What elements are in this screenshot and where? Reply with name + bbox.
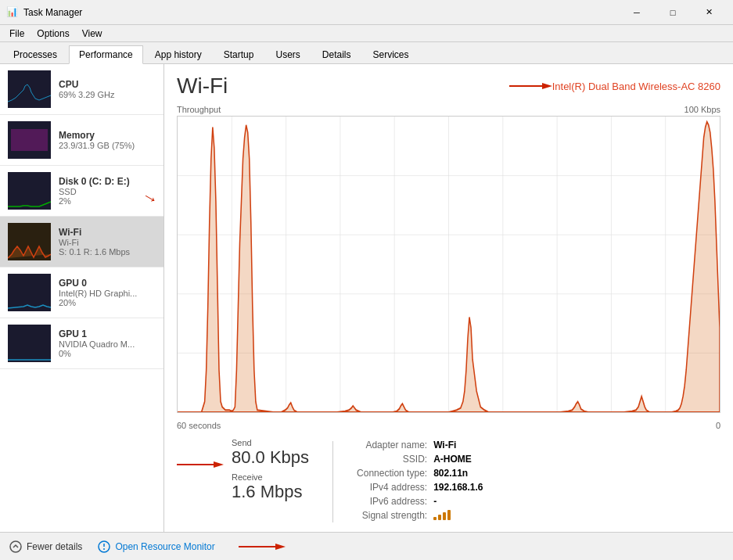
info-key-ssid: SSID: <box>357 452 433 466</box>
chart-label-throughput: Throughput <box>177 105 221 114</box>
chart-label-seconds: 60 seconds <box>177 421 221 430</box>
info-row-connection-type: Connection type: 802.11n <box>357 466 483 480</box>
tab-details[interactable]: Details <box>312 45 361 63</box>
svg-marker-25 <box>275 544 286 550</box>
cpu-info: CPU 69% 3.29 GHz <box>59 79 156 99</box>
svg-point-20 <box>10 541 21 552</box>
sidebar-item-cpu[interactable]: CPU 69% 3.29 GHz <box>0 64 163 115</box>
sidebar-item-disk[interactable]: Disk 0 (C: D: E:) SSD 2% → <box>0 166 163 217</box>
panel-title: Wi-Fi <box>177 74 228 99</box>
resource-monitor-icon <box>98 540 110 553</box>
open-resource-monitor-label: Open Resource Monitor <box>115 541 214 552</box>
sidebar-item-gpu1[interactable]: GPU 1 NVIDIA Quadro M... 0% <box>0 318 163 369</box>
info-row-signal: Signal strength: <box>357 508 483 522</box>
receive-label: Receive <box>232 472 309 482</box>
gpu1-info: GPU 1 NVIDIA Quadro M... 0% <box>59 328 156 358</box>
disk-title: Disk 0 (C: D: E:) <box>59 176 156 187</box>
gpu0-sub1: Intel(R) HD Graphi... <box>59 289 156 298</box>
app-icon: 📊 <box>6 6 19 19</box>
open-resource-monitor-button[interactable]: Open Resource Monitor <box>98 540 214 553</box>
menu-bar: File Options View <box>0 25 733 42</box>
memory-title: Memory <box>59 130 156 141</box>
tab-services[interactable]: Services <box>363 45 419 63</box>
send-block: Send 80.0 Kbps <box>232 438 309 468</box>
gpu0-title: GPU 0 <box>59 278 156 289</box>
svg-point-23 <box>103 548 105 550</box>
menu-file[interactable]: File <box>3 27 31 41</box>
wifi-title: Wi-Fi <box>59 227 156 238</box>
signal-bars <box>433 509 451 520</box>
sidebar-item-gpu0[interactable]: GPU 0 Intel(R) HD Graphi... 20% <box>0 267 163 318</box>
info-val-ipv4: 192.168.1.6 <box>433 480 483 494</box>
title-bar-text: Task Manager <box>23 7 619 18</box>
tab-users[interactable]: Users <box>265 45 310 63</box>
chart-container <box>177 116 720 413</box>
info-row-ipv6: IPv6 address: - <box>357 494 483 508</box>
receive-block: Receive 1.6 Mbps <box>232 472 309 502</box>
svg-marker-3 <box>542 83 552 89</box>
info-key-ipv6: IPv6 address: <box>357 494 433 508</box>
wifi-sub1: Wi-Fi <box>59 238 156 247</box>
resource-monitor-arrow <box>239 541 286 552</box>
main-content: CPU 69% 3.29 GHz Memory 23.9/31.9 GB (75… <box>0 64 733 532</box>
info-row-ssid: SSID: A-HOME <box>357 452 483 466</box>
panel-device: Intel(R) Dual Band Wireless-AC 8260 <box>509 81 720 92</box>
chart-labels-top: Throughput 100 Kbps <box>177 105 720 114</box>
sidebar-item-memory[interactable]: Memory 23.9/31.9 GB (75%) <box>0 115 163 166</box>
info-row-adapter: Adapter name: Wi-Fi <box>357 438 483 452</box>
wifi-info: Wi-Fi Wi-Fi S: 0.1 R: 1.6 Mbps <box>59 227 156 257</box>
right-panel: Wi-Fi Intel(R) Dual Band Wireless-AC 826… <box>164 64 733 532</box>
info-val-adapter: Wi-Fi <box>433 438 483 452</box>
gpu0-info: GPU 0 Intel(R) HD Graphi... 20% <box>59 278 156 307</box>
maximize-button[interactable]: □ <box>655 0 691 25</box>
minimize-button[interactable]: ─ <box>619 0 655 25</box>
cpu-thumbnail <box>8 70 51 108</box>
bottom-bar: Fewer details Open Resource Monitor <box>0 532 733 560</box>
info-key-adapter: Adapter name: <box>357 438 433 452</box>
panel-header: Wi-Fi Intel(R) Dual Band Wireless-AC 826… <box>177 74 720 99</box>
send-arrow-decoration <box>177 457 224 475</box>
chart-label-zero: 0 <box>716 421 720 430</box>
tab-processes[interactable]: Processes <box>3 45 67 63</box>
stats-divider <box>332 441 333 522</box>
close-button[interactable]: ✕ <box>691 0 727 25</box>
receive-value: 1.6 Mbps <box>232 482 309 502</box>
info-val-ipv6: - <box>433 494 483 508</box>
gpu1-sub2: 0% <box>59 349 156 358</box>
menu-view[interactable]: View <box>76 27 109 41</box>
cpu-title: CPU <box>59 79 156 90</box>
sidebar: CPU 69% 3.29 GHz Memory 23.9/31.9 GB (75… <box>0 64 164 532</box>
gpu1-thumbnail <box>8 325 51 362</box>
memory-thumbnail <box>8 121 51 159</box>
send-arrow-icon <box>177 457 224 472</box>
send-label: Send <box>232 438 309 447</box>
signal-bar-2 <box>438 515 441 520</box>
gpu1-title: GPU 1 <box>59 328 156 339</box>
tab-bar: Processes Performance App history Startu… <box>0 42 733 64</box>
tab-app-history[interactable]: App history <box>145 45 212 63</box>
menu-options[interactable]: Options <box>31 27 75 41</box>
chart-labels-bottom: 60 seconds 0 <box>177 421 720 430</box>
info-key-signal: Signal strength: <box>357 508 433 522</box>
signal-bar-1 <box>433 517 437 520</box>
cpu-sub: 69% 3.29 GHz <box>59 90 156 99</box>
svg-rect-1 <box>11 129 48 151</box>
sidebar-item-wifi[interactable]: Wi-Fi Wi-Fi S: 0.1 R: 1.6 Mbps <box>0 217 163 267</box>
fewer-details-icon <box>9 540 22 553</box>
fewer-details-button[interactable]: Fewer details <box>9 540 82 553</box>
tab-startup[interactable]: Startup <box>214 45 264 63</box>
info-row-ipv4: IPv4 address: 192.168.1.6 <box>357 480 483 494</box>
fewer-details-label: Fewer details <box>27 541 82 552</box>
signal-bar-3 <box>443 512 446 520</box>
memory-info: Memory 23.9/31.9 GB (75%) <box>59 130 156 150</box>
info-key-ipv4: IPv4 address: <box>357 480 433 494</box>
send-receive-block: Send 80.0 Kbps Receive 1.6 Mbps <box>177 438 309 522</box>
info-val-connection-type: 802.11n <box>433 466 483 480</box>
disk-thumbnail <box>8 172 51 210</box>
device-arrow-icon <box>509 81 552 92</box>
tab-performance[interactable]: Performance <box>69 45 143 64</box>
info-grid: Adapter name: Wi-Fi SSID: A-HOME Connect… <box>357 438 483 522</box>
device-label: Intel(R) Dual Band Wireless-AC 8260 <box>552 81 720 92</box>
memory-sub: 23.9/31.9 GB (75%) <box>59 141 156 150</box>
throughput-chart <box>178 117 720 412</box>
